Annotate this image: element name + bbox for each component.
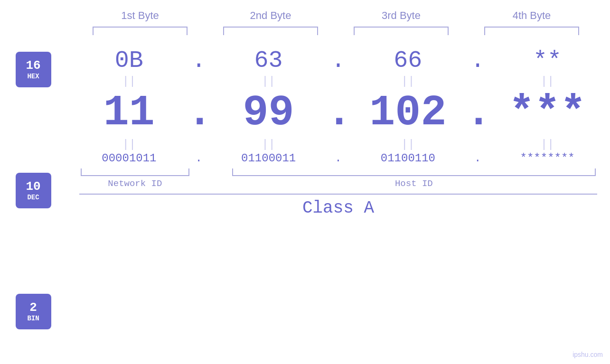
bottom-bracket-area: Network ID Host ID <box>66 168 610 189</box>
dec-value-row: 11 . 99 . 102 . *** <box>66 89 610 137</box>
hex-badge-label: HEX <box>27 73 39 80</box>
eq1-b1: || <box>71 75 187 88</box>
byte3-header: 3rd Byte <box>347 9 456 22</box>
hex-badge: 16 HEX <box>16 52 51 87</box>
hex-b4: ** <box>489 47 605 74</box>
host-bracket <box>232 168 596 176</box>
byte1-header: 1st Byte <box>85 9 195 22</box>
eq1-b3: || <box>350 75 466 88</box>
dec-b3: 102 <box>350 89 466 137</box>
watermark: ipshu.com <box>572 351 603 358</box>
bin-dot3: . <box>466 152 489 165</box>
bin-b2: 01100011 <box>211 152 327 165</box>
top-bracket-row <box>75 27 597 35</box>
dec-badge: 10 DEC <box>16 173 51 208</box>
bin-value-row: 00001011 . 01100011 . 01100110 . *******… <box>66 152 610 165</box>
byte4-header: 4th Byte <box>477 9 586 22</box>
hex-dot2: . <box>327 47 350 74</box>
dec-badge-label: DEC <box>27 194 39 201</box>
bracket-4 <box>484 27 579 35</box>
bracket-3 <box>354 27 449 35</box>
hex-dot3: . <box>466 47 489 74</box>
network-bracket <box>81 168 189 176</box>
main-container: 1st Byte 2nd Byte 3rd Byte 4th Byte 16 H… <box>0 0 610 364</box>
class-label: Class A <box>302 198 374 218</box>
eq-row-2: || || || || <box>66 137 610 152</box>
network-id-label: Network ID <box>108 178 162 189</box>
eq2-b4: || <box>489 138 605 151</box>
dec-dot2: . <box>327 89 350 137</box>
dec-b4: *** <box>489 89 605 137</box>
eq1-b2: || <box>211 75 327 88</box>
eq2-b1: || <box>71 138 187 151</box>
bin-badge: 2 BIN <box>16 294 51 329</box>
eq2-b3: || <box>350 138 466 151</box>
dec-dot3: . <box>466 89 489 137</box>
hex-b2: 63 <box>211 47 327 74</box>
eq-row-1: || || || || <box>66 74 610 89</box>
bracket-2 <box>223 27 318 35</box>
hex-b1: 0B <box>71 47 187 74</box>
dec-b2: 99 <box>211 89 327 137</box>
hex-value-row: 0B . 63 . 66 . ** <box>66 47 610 74</box>
bin-b4: ******** <box>489 152 605 165</box>
class-bracket-line <box>79 194 597 195</box>
bin-dot1: . <box>187 152 211 165</box>
hex-dot1: . <box>187 47 211 74</box>
badges-column: 16 HEX 10 DEC 2 BIN <box>0 42 66 355</box>
bin-dot2: . <box>327 152 350 165</box>
bracket-1 <box>93 27 188 35</box>
eq2-b2: || <box>211 138 327 151</box>
eq1-b4: || <box>489 75 605 88</box>
bin-badge-number: 2 <box>29 301 37 315</box>
hex-b3: 66 <box>350 47 466 74</box>
byte2-header: 2nd Byte <box>216 9 325 22</box>
dec-b1: 11 <box>71 89 187 137</box>
bin-b1: 00001011 <box>71 152 187 165</box>
bin-b3: 01100110 <box>350 152 466 165</box>
host-id-label: Host ID <box>395 178 433 189</box>
bin-badge-label: BIN <box>27 315 39 322</box>
dec-badge-number: 10 <box>26 180 40 194</box>
class-area: Class A <box>66 194 610 218</box>
hex-badge-number: 16 <box>26 59 40 73</box>
dec-dot1: . <box>187 89 211 137</box>
byte-headers: 1st Byte 2nd Byte 3rd Byte 4th Byte <box>75 9 597 22</box>
